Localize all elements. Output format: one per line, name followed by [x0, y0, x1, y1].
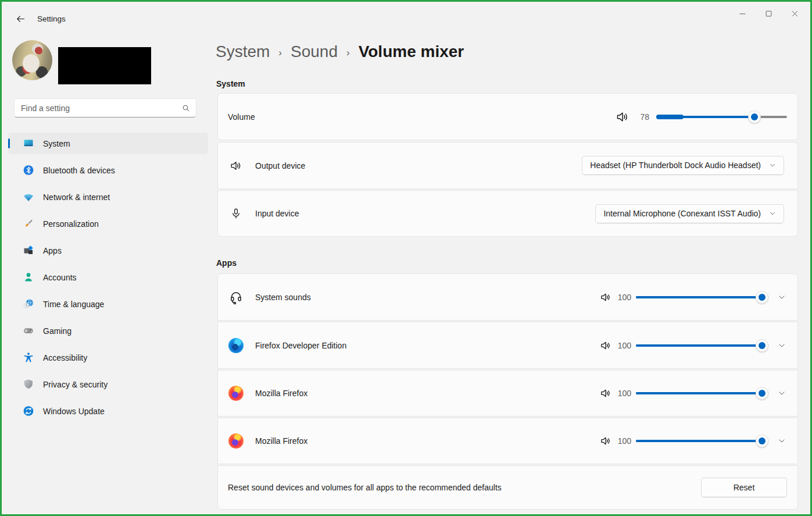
apps-cards: System sounds 100 Firefox Developer Edit	[217, 273, 798, 510]
app-row-firefox-developer: Firefox Developer Edition 100	[217, 322, 798, 369]
app-volume-value: 100	[616, 293, 631, 302]
volume-label: Volume	[218, 112, 255, 122]
headset-icon	[228, 290, 244, 305]
slider-thumb[interactable]	[756, 387, 768, 400]
app-volume-value: 100	[616, 341, 631, 350]
expand-chevron-icon[interactable]	[778, 293, 786, 301]
app-volume-slider[interactable]	[636, 291, 768, 304]
settings-window: Settings System	[0, 0, 812, 516]
sidebar-item-apps[interactable]: Apps	[8, 240, 208, 261]
search-icon	[178, 104, 194, 113]
arrow-left-icon	[16, 14, 26, 24]
sidebar-item-network-internet[interactable]: Network & internet	[8, 186, 208, 208]
volume-slider[interactable]	[656, 111, 787, 123]
app-name: Mozilla Firefox	[255, 389, 307, 398]
page-title: Volume mixer	[359, 42, 464, 61]
output-device-dropdown[interactable]: Headset (HP Thunderbolt Dock Audio Heads…	[582, 156, 784, 175]
app-volume-slider[interactable]	[636, 339, 768, 352]
breadcrumb: System › Sound › Volume mixer	[216, 42, 464, 61]
app-row-mozilla-firefox-1: Mozilla Firefox 100	[217, 370, 798, 417]
user-avatar[interactable]	[12, 40, 52, 80]
output-device-label: Output device	[255, 161, 305, 170]
input-device-card: Input device Internal Microphone (Conexa…	[217, 190, 798, 237]
reset-button[interactable]: Reset	[701, 478, 787, 497]
window-title: Settings	[37, 15, 66, 23]
chevron-down-icon	[769, 162, 776, 169]
sidebar-item-accounts[interactable]: Accounts	[8, 266, 208, 288]
user-name-redacted	[58, 47, 151, 84]
sidebar-item-bluetooth-devices[interactable]: Bluetooth & devices	[8, 159, 208, 181]
app-volume-value: 100	[616, 436, 631, 446]
app-volume-slider[interactable]	[636, 435, 768, 447]
network-icon	[23, 191, 34, 203]
maximize-icon	[764, 9, 773, 18]
input-device-label: Input device	[255, 209, 299, 218]
app-row-system-sounds: System sounds 100	[217, 273, 798, 321]
sidebar-item-gaming[interactable]: Gaming	[8, 320, 208, 341]
sidebar-item-label: Gaming	[43, 326, 71, 336]
sidebar-item-windows-update[interactable]: Windows Update	[8, 400, 208, 422]
app-row-mozilla-firefox-2: Mozilla Firefox 100	[217, 418, 798, 464]
slider-thumb[interactable]	[756, 435, 768, 447]
output-device-card: Output device Headset (HP Thunderbolt Do…	[217, 142, 798, 189]
volume-value: 78	[635, 112, 649, 122]
minimize-icon	[738, 9, 747, 18]
chevron-down-icon	[769, 210, 776, 217]
bluetooth-icon	[23, 165, 34, 176]
app-volume-slider[interactable]	[636, 387, 768, 400]
speaker-icon	[600, 435, 611, 447]
app-name: Mozilla Firefox	[255, 436, 307, 446]
gaming-icon	[23, 325, 34, 337]
sidebar-item-label: Apps	[43, 246, 62, 255]
sidebar-item-label: Accounts	[43, 273, 77, 282]
speaker-icon	[600, 340, 611, 351]
apps-icon	[23, 245, 34, 257]
close-icon	[790, 9, 799, 18]
output-device-value: Headset (HP Thunderbolt Dock Audio Heads…	[590, 161, 761, 170]
close-button[interactable]	[782, 3, 808, 24]
accessibility-icon	[23, 352, 34, 364]
search-input[interactable]	[15, 104, 178, 113]
speaker-icon	[600, 291, 611, 303]
firefox-icon	[228, 433, 244, 449]
sidebar-item-label: Time & language	[43, 300, 104, 309]
sidebar-item-time-language[interactable]: Time & language	[8, 293, 208, 315]
expand-chevron-icon[interactable]	[778, 437, 786, 445]
sidebar-item-label: Windows Update	[43, 407, 105, 416]
window-controls	[729, 3, 808, 24]
speaker-icon	[228, 158, 244, 173]
input-device-value: Internal Microphone (Conexant ISST Audio…	[603, 209, 761, 218]
maximize-button[interactable]	[756, 3, 782, 24]
expand-chevron-icon[interactable]	[778, 389, 786, 397]
sidebar-item-system[interactable]: System	[8, 133, 208, 154]
sidebar-item-privacy-security[interactable]: Privacy & security	[8, 373, 208, 395]
breadcrumb-system[interactable]: System	[216, 42, 270, 61]
back-button[interactable]	[11, 11, 30, 26]
sidebar-item-personalization[interactable]: Personalization	[8, 213, 208, 234]
input-device-dropdown[interactable]: Internal Microphone (Conexant ISST Audio…	[595, 204, 784, 223]
expand-chevron-icon[interactable]	[778, 341, 786, 350]
breadcrumb-sound[interactable]: Sound	[291, 42, 338, 61]
search-box	[14, 98, 196, 118]
volume-slider-thumb[interactable]	[748, 111, 761, 123]
firefox-icon	[228, 386, 244, 401]
firefox-developer-icon	[228, 338, 244, 353]
section-header-system: System	[216, 79, 245, 88]
selected-indicator	[8, 138, 10, 148]
sidebar-item-accessibility[interactable]: Accessibility	[8, 347, 208, 368]
section-header-apps: Apps	[216, 258, 237, 268]
sidebar-item-label: Personalization	[43, 219, 99, 229]
windows-update-icon	[23, 405, 34, 417]
sidebar-nav: System Bluetooth & devices Network & int…	[8, 133, 208, 427]
speaker-icon	[600, 387, 611, 399]
privacy-security-icon	[23, 379, 34, 390]
sidebar-item-label: Bluetooth & devices	[43, 166, 115, 175]
slider-thumb[interactable]	[756, 291, 768, 304]
accounts-icon	[23, 272, 34, 283]
system-icon	[23, 138, 34, 150]
system-cards: Volume 78 Output device	[217, 93, 798, 237]
microphone-icon	[228, 206, 244, 221]
personalization-icon	[23, 218, 34, 230]
minimize-button[interactable]	[729, 3, 756, 24]
slider-thumb[interactable]	[756, 339, 768, 352]
